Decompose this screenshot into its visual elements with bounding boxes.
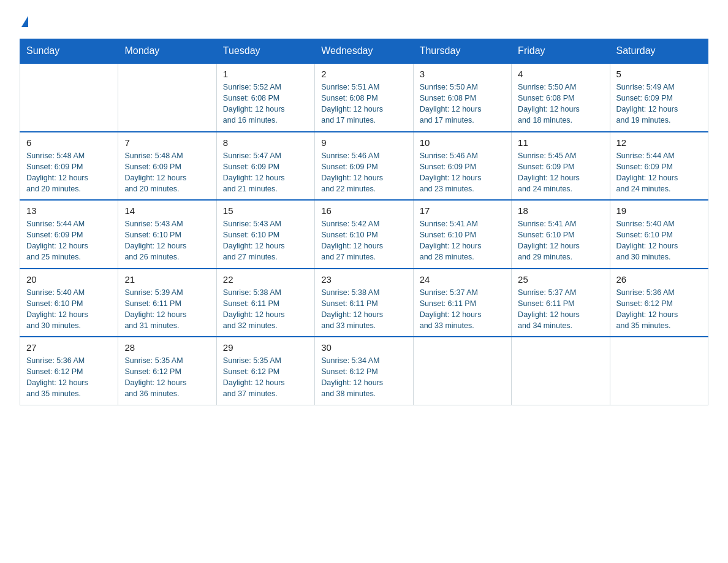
- calendar-header-friday: Friday: [512, 39, 610, 64]
- calendar-day-cell: 27Sunrise: 5:36 AMSunset: 6:12 PMDayligh…: [20, 337, 118, 405]
- calendar-day-cell: 18Sunrise: 5:41 AMSunset: 6:10 PMDayligh…: [512, 200, 610, 269]
- day-info: Sunrise: 5:41 AMSunset: 6:10 PMDaylight:…: [420, 218, 505, 263]
- day-number: 25: [518, 274, 603, 285]
- day-number: 17: [420, 205, 505, 216]
- day-number: 3: [420, 69, 505, 79]
- calendar-day-cell: 15Sunrise: 5:43 AMSunset: 6:10 PMDayligh…: [216, 200, 314, 269]
- day-number: 28: [124, 342, 210, 353]
- calendar-header-tuesday: Tuesday: [216, 39, 314, 64]
- day-number: 13: [26, 205, 112, 216]
- calendar-day-cell: 11Sunrise: 5:45 AMSunset: 6:09 PMDayligh…: [512, 132, 610, 201]
- day-number: 7: [124, 137, 210, 148]
- calendar-day-cell: 5Sunrise: 5:49 AMSunset: 6:09 PMDaylight…: [610, 63, 708, 132]
- day-info: Sunrise: 5:51 AMSunset: 6:08 PMDaylight:…: [321, 82, 406, 126]
- day-info: Sunrise: 5:35 AMSunset: 6:12 PMDaylight:…: [223, 355, 308, 400]
- day-info: Sunrise: 5:48 AMSunset: 6:09 PMDaylight:…: [26, 150, 112, 195]
- day-number: 6: [26, 137, 112, 148]
- day-number: 22: [223, 274, 308, 285]
- day-number: 30: [321, 342, 406, 353]
- day-number: 18: [518, 205, 603, 216]
- day-number: 8: [223, 137, 308, 148]
- day-info: Sunrise: 5:43 AMSunset: 6:10 PMDaylight:…: [124, 218, 210, 263]
- calendar-week-row: 20Sunrise: 5:40 AMSunset: 6:10 PMDayligh…: [20, 269, 708, 337]
- day-number: 1: [223, 69, 308, 79]
- day-info: Sunrise: 5:41 AMSunset: 6:10 PMDaylight:…: [518, 218, 603, 263]
- calendar-day-cell: 29Sunrise: 5:35 AMSunset: 6:12 PMDayligh…: [216, 337, 314, 405]
- day-info: Sunrise: 5:46 AMSunset: 6:09 PMDaylight:…: [321, 150, 406, 195]
- calendar-day-cell: 12Sunrise: 5:44 AMSunset: 6:09 PMDayligh…: [610, 132, 708, 201]
- day-info: Sunrise: 5:34 AMSunset: 6:12 PMDaylight:…: [321, 355, 406, 400]
- calendar-day-cell: 4Sunrise: 5:50 AMSunset: 6:08 PMDaylight…: [512, 63, 610, 132]
- day-info: Sunrise: 5:40 AMSunset: 6:10 PMDaylight:…: [616, 218, 702, 263]
- day-info: Sunrise: 5:45 AMSunset: 6:09 PMDaylight:…: [518, 150, 603, 195]
- day-info: Sunrise: 5:50 AMSunset: 6:08 PMDaylight:…: [420, 82, 505, 126]
- calendar-day-cell: [413, 337, 511, 405]
- day-info: Sunrise: 5:43 AMSunset: 6:10 PMDaylight:…: [223, 218, 308, 263]
- day-info: Sunrise: 5:37 AMSunset: 6:11 PMDaylight:…: [518, 287, 603, 332]
- day-info: Sunrise: 5:42 AMSunset: 6:10 PMDaylight:…: [321, 218, 406, 263]
- day-number: 21: [124, 274, 210, 285]
- day-info: Sunrise: 5:47 AMSunset: 6:09 PMDaylight:…: [223, 150, 308, 195]
- day-number: 14: [124, 205, 210, 216]
- calendar-day-cell: 3Sunrise: 5:50 AMSunset: 6:08 PMDaylight…: [413, 63, 511, 132]
- day-number: 23: [321, 274, 406, 285]
- calendar-week-row: 6Sunrise: 5:48 AMSunset: 6:09 PMDaylight…: [20, 132, 708, 201]
- day-number: 9: [321, 137, 406, 148]
- day-number: 27: [26, 342, 112, 353]
- day-info: Sunrise: 5:40 AMSunset: 6:10 PMDaylight:…: [26, 287, 112, 332]
- calendar-day-cell: 28Sunrise: 5:35 AMSunset: 6:12 PMDayligh…: [118, 337, 216, 405]
- calendar-day-cell: 16Sunrise: 5:42 AMSunset: 6:10 PMDayligh…: [315, 200, 413, 269]
- calendar-header-monday: Monday: [118, 39, 216, 64]
- calendar-day-cell: 6Sunrise: 5:48 AMSunset: 6:09 PMDaylight…: [20, 132, 118, 201]
- day-info: Sunrise: 5:37 AMSunset: 6:11 PMDaylight:…: [420, 287, 505, 332]
- day-number: 10: [420, 137, 505, 148]
- calendar-day-cell: 23Sunrise: 5:38 AMSunset: 6:11 PMDayligh…: [315, 269, 413, 337]
- day-info: Sunrise: 5:44 AMSunset: 6:09 PMDaylight:…: [616, 150, 702, 195]
- day-info: Sunrise: 5:35 AMSunset: 6:12 PMDaylight:…: [124, 355, 210, 400]
- calendar-day-cell: 22Sunrise: 5:38 AMSunset: 6:11 PMDayligh…: [216, 269, 314, 337]
- day-number: 19: [616, 205, 702, 216]
- day-number: 16: [321, 205, 406, 216]
- day-number: 5: [616, 69, 702, 79]
- calendar-table: SundayMondayTuesdayWednesdayThursdayFrid…: [20, 39, 708, 405]
- logo: [20, 15, 28, 28]
- day-number: 4: [518, 69, 603, 79]
- calendar-day-cell: 17Sunrise: 5:41 AMSunset: 6:10 PMDayligh…: [413, 200, 511, 269]
- calendar-header-thursday: Thursday: [413, 39, 511, 64]
- calendar-day-cell: 8Sunrise: 5:47 AMSunset: 6:09 PMDaylight…: [216, 132, 314, 201]
- day-info: Sunrise: 5:36 AMSunset: 6:12 PMDaylight:…: [616, 287, 702, 332]
- page-header: [20, 15, 708, 28]
- calendar-day-cell: [20, 63, 118, 132]
- calendar-day-cell: [610, 337, 708, 405]
- day-number: 29: [223, 342, 308, 353]
- day-info: Sunrise: 5:50 AMSunset: 6:08 PMDaylight:…: [518, 82, 603, 126]
- calendar-day-cell: 20Sunrise: 5:40 AMSunset: 6:10 PMDayligh…: [20, 269, 118, 337]
- calendar-day-cell: 30Sunrise: 5:34 AMSunset: 6:12 PMDayligh…: [315, 337, 413, 405]
- calendar-day-cell: 19Sunrise: 5:40 AMSunset: 6:10 PMDayligh…: [610, 200, 708, 269]
- calendar-day-cell: 9Sunrise: 5:46 AMSunset: 6:09 PMDaylight…: [315, 132, 413, 201]
- calendar-day-cell: 26Sunrise: 5:36 AMSunset: 6:12 PMDayligh…: [610, 269, 708, 337]
- calendar-day-cell: 14Sunrise: 5:43 AMSunset: 6:10 PMDayligh…: [118, 200, 216, 269]
- day-info: Sunrise: 5:44 AMSunset: 6:09 PMDaylight:…: [26, 218, 112, 263]
- calendar-header-wednesday: Wednesday: [315, 39, 413, 64]
- day-info: Sunrise: 5:39 AMSunset: 6:11 PMDaylight:…: [124, 287, 210, 332]
- logo-icon: [20, 15, 28, 28]
- calendar-day-cell: 7Sunrise: 5:48 AMSunset: 6:09 PMDaylight…: [118, 132, 216, 201]
- day-info: Sunrise: 5:52 AMSunset: 6:08 PMDaylight:…: [223, 82, 308, 126]
- day-info: Sunrise: 5:46 AMSunset: 6:09 PMDaylight:…: [420, 150, 505, 195]
- calendar-day-cell: [118, 63, 216, 132]
- calendar-day-cell: 2Sunrise: 5:51 AMSunset: 6:08 PMDaylight…: [315, 63, 413, 132]
- day-number: 26: [616, 274, 702, 285]
- calendar-day-cell: 13Sunrise: 5:44 AMSunset: 6:09 PMDayligh…: [20, 200, 118, 269]
- day-info: Sunrise: 5:48 AMSunset: 6:09 PMDaylight:…: [124, 150, 210, 195]
- calendar-day-cell: 10Sunrise: 5:46 AMSunset: 6:09 PMDayligh…: [413, 132, 511, 201]
- calendar-header-row: SundayMondayTuesdayWednesdayThursdayFrid…: [20, 39, 708, 64]
- calendar-week-row: 13Sunrise: 5:44 AMSunset: 6:09 PMDayligh…: [20, 200, 708, 269]
- day-info: Sunrise: 5:36 AMSunset: 6:12 PMDaylight:…: [26, 355, 112, 400]
- calendar-day-cell: 25Sunrise: 5:37 AMSunset: 6:11 PMDayligh…: [512, 269, 610, 337]
- day-info: Sunrise: 5:38 AMSunset: 6:11 PMDaylight:…: [223, 287, 308, 332]
- day-number: 24: [420, 274, 505, 285]
- calendar-day-cell: 1Sunrise: 5:52 AMSunset: 6:08 PMDaylight…: [216, 63, 314, 132]
- day-info: Sunrise: 5:49 AMSunset: 6:09 PMDaylight:…: [616, 82, 702, 126]
- calendar-day-cell: 24Sunrise: 5:37 AMSunset: 6:11 PMDayligh…: [413, 269, 511, 337]
